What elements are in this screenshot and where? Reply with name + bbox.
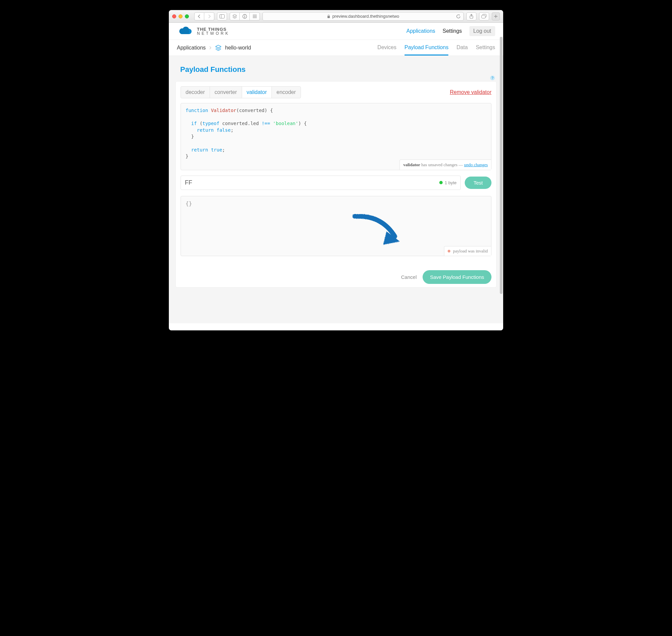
window-controls <box>172 14 189 18</box>
info-icon <box>242 14 247 19</box>
help-icon[interactable]: ? <box>490 76 495 80</box>
plus-icon <box>494 14 498 18</box>
byte-indicator: 1 byte <box>439 180 456 185</box>
unsaved-notice: validator has unsaved changes — undo cha… <box>400 159 491 170</box>
code-editor[interactable]: function Validator(converted) { if (type… <box>181 103 491 170</box>
cloud-logo-icon <box>177 26 194 36</box>
brand-line2: N E T W O R K <box>197 31 228 36</box>
tab-settings[interactable]: Settings <box>476 43 495 56</box>
tab-data[interactable]: Data <box>456 43 468 56</box>
nav-back-button[interactable] <box>194 12 204 20</box>
panel-icon <box>219 14 225 18</box>
hex-input[interactable] <box>185 179 375 186</box>
payload-card: ? decoder converter validator encoder Re… <box>176 81 496 287</box>
sidebar-toggle-button[interactable] <box>217 12 227 20</box>
invalid-dot-icon <box>448 250 450 253</box>
nav-logout[interactable]: Log out <box>469 26 495 36</box>
breadcrumb-app[interactable]: hello-world <box>225 45 251 51</box>
tab-devices[interactable]: Devices <box>378 43 396 56</box>
annotation-arrow-icon <box>351 213 408 253</box>
fn-tab-encoder[interactable]: encoder <box>272 86 301 98</box>
fn-tab-converter[interactable]: converter <box>210 86 242 98</box>
breadcrumb: Applications hello-world <box>177 44 251 55</box>
tabs-button[interactable] <box>479 12 489 20</box>
hex-input-wrap: 1 byte <box>181 176 461 190</box>
address-bar[interactable]: preview.dashboard.thethingsnetwo <box>262 12 464 21</box>
breadcrumb-sep <box>209 46 211 50</box>
minimize-window-button[interactable] <box>179 14 183 18</box>
lock-icon <box>327 14 330 18</box>
safari-window: preview.dashboard.thethingsnetwo <box>169 10 503 330</box>
fn-tab-validator[interactable]: validator <box>242 86 272 98</box>
svg-point-3 <box>244 15 245 16</box>
nav-settings[interactable]: Settings <box>443 28 462 34</box>
svg-rect-12 <box>482 15 485 18</box>
stack-icon <box>232 14 237 19</box>
chevron-right-icon <box>208 14 211 19</box>
svg-rect-8 <box>327 16 330 18</box>
stack-button[interactable] <box>230 12 240 20</box>
test-button[interactable]: Test <box>465 177 491 189</box>
svg-rect-0 <box>220 14 225 18</box>
svg-rect-4 <box>244 16 245 18</box>
reader-icon <box>252 14 257 18</box>
sub-nav: Applications hello-world Devices Payload… <box>169 40 503 56</box>
function-tabs: decoder converter validator encoder <box>181 86 301 98</box>
output-body: {} <box>186 200 192 207</box>
tab-payload-functions[interactable]: Payload Functions <box>405 43 449 56</box>
top-nav: THE THINGS N E T W O R K Applications Se… <box>169 23 503 40</box>
chevron-right-icon <box>209 46 211 50</box>
address-bar-url: preview.dashboard.thethingsnetwo <box>332 14 399 19</box>
browser-titlebar: preview.dashboard.thethingsnetwo <box>169 10 503 23</box>
share-icon <box>469 14 473 19</box>
brand[interactable]: THE THINGS N E T W O R K <box>177 26 228 36</box>
chevron-left-icon <box>198 14 201 19</box>
nav-applications[interactable]: Applications <box>407 28 435 34</box>
save-button[interactable]: Save Payload Functions <box>423 270 491 284</box>
breadcrumb-root[interactable]: Applications <box>177 45 206 51</box>
share-button[interactable] <box>466 12 476 20</box>
new-tab-button[interactable] <box>492 12 500 20</box>
fn-tab-decoder[interactable]: decoder <box>181 86 210 98</box>
content-area: Payload Functions ? decoder converter va… <box>169 56 503 323</box>
reload-icon <box>456 14 461 19</box>
undo-changes-link[interactable]: undo changes <box>464 162 488 167</box>
zoom-window-button[interactable] <box>185 14 189 18</box>
scrollbar[interactable] <box>500 37 503 329</box>
page-title: Payload Functions <box>180 65 496 74</box>
info-button[interactable] <box>240 12 250 20</box>
close-window-button[interactable] <box>172 14 176 18</box>
payload-status: payload was invalid <box>444 246 491 256</box>
check-icon <box>439 181 443 184</box>
reload-button[interactable] <box>456 14 461 19</box>
test-output: {} payload was invalid <box>181 196 491 256</box>
cancel-button[interactable]: Cancel <box>401 274 417 280</box>
reader-button[interactable] <box>250 12 260 20</box>
nav-forward-button[interactable] <box>204 12 214 20</box>
remove-validator-link[interactable]: Remove validator <box>450 89 492 95</box>
app-icon <box>215 44 222 51</box>
tabs-icon <box>482 14 487 19</box>
